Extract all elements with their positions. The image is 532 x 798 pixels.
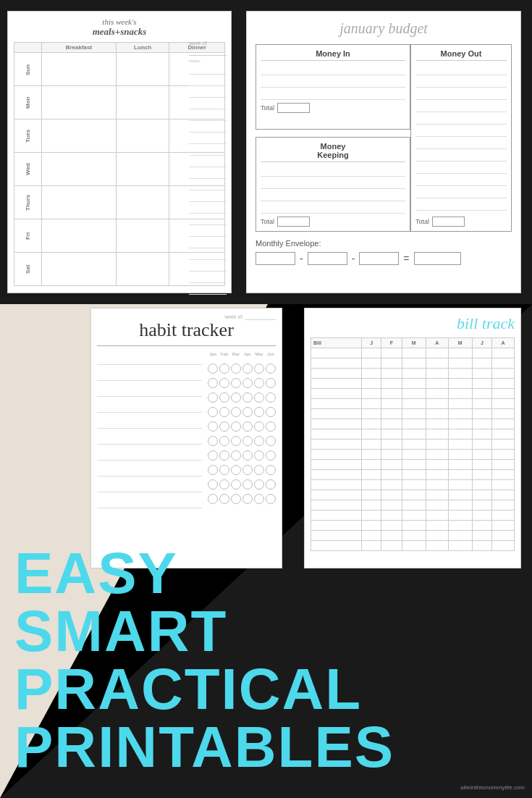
habit-circle	[208, 494, 218, 504]
bill-name-cell	[311, 521, 362, 531]
habit-week-label: week of: ___________	[97, 314, 276, 319]
bill-month-cell	[381, 470, 402, 480]
bill-month-cell	[448, 409, 472, 419]
habit-line-1	[97, 352, 202, 365]
bill-col-m2: M	[448, 338, 472, 348]
meals-cell	[116, 186, 169, 219]
habit-circle	[231, 421, 241, 432]
bill-month-cell	[381, 419, 402, 429]
bill-month-cell	[381, 480, 402, 490]
meals-cell	[41, 219, 116, 253]
meals-subtitle: this week'smeals+snacks	[14, 17, 225, 38]
habit-circle	[266, 436, 276, 446]
envelope-box-3	[359, 252, 399, 265]
bill-month-cell	[472, 541, 491, 551]
bill-month-cell	[448, 419, 472, 429]
bill-col-bill: Bill	[311, 338, 362, 348]
bill-row	[311, 511, 515, 521]
bill-month-cell	[426, 348, 448, 358]
habit-circle	[219, 378, 229, 388]
bill-month-cell	[492, 440, 515, 450]
bill-month-cell	[362, 480, 381, 490]
bill-row	[311, 490, 515, 500]
bill-name-cell	[311, 358, 362, 369]
bill-name-cell	[311, 531, 362, 541]
watermark: allieinthismommylife.com	[460, 784, 525, 791]
money-out-total-box	[432, 217, 465, 227]
bill-month-cell	[492, 348, 515, 358]
bill-name-cell	[311, 379, 362, 389]
habit-col-label: Jun	[266, 352, 276, 359]
habit-circle	[266, 378, 276, 388]
bill-month-cell	[492, 521, 515, 531]
bill-month-cell	[472, 480, 491, 490]
bill-month-cell	[448, 460, 472, 470]
habit-circle	[231, 407, 241, 417]
bill-name-cell	[311, 429, 362, 440]
habit-circle	[231, 392, 241, 403]
habit-circle	[219, 494, 229, 504]
bill-month-cell	[362, 409, 381, 419]
side-note-4	[189, 99, 227, 109]
bill-month-cell	[426, 521, 448, 531]
side-note-13	[189, 203, 227, 214]
bill-month-cell	[448, 480, 472, 490]
bill-month-cell	[448, 531, 472, 541]
bill-name-cell	[311, 470, 362, 480]
bill-month-cell	[362, 379, 381, 389]
meals-day-cell: Wed	[14, 153, 42, 186]
overlay-line-2: SMART	[14, 602, 232, 660]
money-out-line-3	[415, 90, 507, 100]
habit-divider	[97, 344, 276, 346]
side-note-19	[189, 273, 227, 283]
overlay-line-1: EASY	[14, 545, 232, 602]
side-note-3	[189, 88, 227, 98]
side-note-12	[189, 192, 227, 202]
bill-month-cell	[362, 358, 381, 369]
habit-circle	[254, 421, 264, 432]
bill-row	[311, 450, 515, 460]
bill-month-cell	[426, 470, 448, 480]
meals-weekof-label: week of:	[189, 41, 227, 46]
monthly-envelope: Monthly Envelope: - - =	[256, 239, 512, 265]
money-out-line-6	[415, 127, 507, 137]
money-out-line-1	[415, 65, 507, 75]
habit-circle	[254, 392, 264, 403]
bill-month-cell	[472, 409, 491, 419]
budget-main-area: Money In Total MoneyKeeping Total	[256, 44, 512, 232]
bill-month-cell	[381, 409, 402, 419]
bill-name-cell	[311, 511, 362, 521]
bill-row	[311, 480, 515, 490]
bill-month-cell	[492, 399, 515, 409]
money-out-line-5	[415, 114, 507, 125]
meals-cell	[116, 219, 169, 253]
side-note-15	[189, 227, 227, 237]
bill-month-cell	[492, 480, 515, 490]
meals-cell	[116, 53, 169, 86]
bill-month-cell	[448, 450, 472, 460]
bill-month-cell	[381, 511, 402, 521]
bill-month-cell	[472, 369, 491, 379]
bill-month-cell	[448, 369, 472, 379]
habit-circle	[208, 465, 218, 475]
habit-circle	[254, 436, 264, 446]
meals-cell	[41, 253, 116, 286]
bill-name-cell	[311, 480, 362, 490]
bill-month-cell	[381, 429, 402, 440]
habit-circle	[208, 436, 218, 446]
bill-month-cell	[448, 348, 472, 358]
habit-circle	[242, 465, 253, 475]
bill-row	[311, 389, 515, 399]
bill-name-cell	[311, 541, 362, 551]
money-out-line-7	[415, 139, 507, 149]
bill-month-cell	[402, 470, 426, 480]
habit-habit-lines	[97, 352, 205, 511]
bill-row	[311, 500, 515, 511]
money-out-line-4	[415, 102, 507, 112]
bill-name-cell	[311, 450, 362, 460]
bill-row	[311, 470, 515, 480]
meals-cell	[116, 253, 169, 286]
bill-month-cell	[492, 460, 515, 470]
bill-name-cell	[311, 460, 362, 470]
bill-month-cell	[472, 490, 491, 500]
